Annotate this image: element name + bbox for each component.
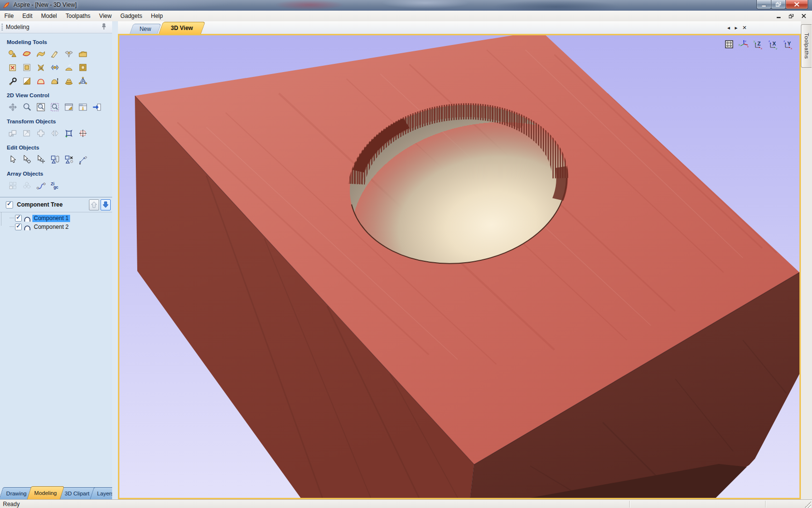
title-bar[interactable]: Aspire - [New - 3D View] [0,0,812,11]
close-button[interactable] [785,0,808,9]
mdi-close-button[interactable] [798,12,809,20]
add-texture-button[interactable] [21,75,33,87]
mdi-minimize-button[interactable] [773,12,784,20]
menu-edit[interactable]: Edit [18,11,37,21]
svg-text:y: y [739,43,740,46]
ungroup-objects-button[interactable] [63,153,75,165]
extrude-and-weave-button[interactable] [35,48,47,60]
smooth-shape-icon [64,62,74,73]
component-label[interactable]: Component 2 [32,224,70,231]
trim-model-button[interactable] [35,61,47,74]
tree-connector [1,212,2,225]
zoom-interactive-button[interactable] [21,101,33,113]
panel-grip[interactable] [1,24,3,30]
menu-file[interactable]: File [0,11,18,21]
mirror-merge-button[interactable] [49,61,61,74]
component-shape-icon [24,215,31,222]
import-component-folder-button[interactable] [77,48,89,60]
svg-text:Y: Y [787,41,791,46]
tab-new[interactable]: New [130,24,161,34]
3d-view-canvas[interactable]: yzxZyxXzyYzx [118,34,801,499]
tree-connector [10,218,14,219]
tool-options-wrench-button[interactable] [7,75,19,87]
node-edit-button[interactable] [21,153,33,165]
mirror-object-button[interactable] [49,127,61,139]
menu-help[interactable]: Help [146,11,167,21]
pan-view-button[interactable] [7,101,19,113]
tree-item-1[interactable]: Component 1 [10,214,112,223]
menu-gadgets[interactable]: Gadgets [116,11,146,21]
shape-height-adjust-button[interactable] [49,75,61,87]
distort-object-button[interactable] [63,127,75,139]
plan-view-button[interactable]: Zyx [753,39,765,50]
minimize-button[interactable] [756,0,771,9]
menu-view[interactable]: View [95,11,116,21]
resize-grip[interactable] [804,501,811,508]
move-up-button[interactable] [89,199,99,210]
align-objects-button[interactable] [35,127,47,139]
panel-header[interactable]: Modeling [0,21,112,33]
restore-button[interactable] [771,0,786,9]
tree-item-2[interactable]: Component 2 [10,223,112,231]
mdi-restore-button[interactable] [786,12,797,20]
next-tab-arrow-icon[interactable]: ▸ [735,24,738,31]
front-view-button[interactable]: Xzy [768,39,780,50]
array-copy-circular-button[interactable] [21,179,33,192]
measure-tool-button[interactable] [77,153,89,165]
sculpting-tool-button[interactable] [49,48,61,60]
menu-toolpaths[interactable]: Toolpaths [61,11,95,21]
tab-3d-view[interactable]: 3D View [159,22,205,34]
menu-model[interactable]: Model [37,11,61,21]
side-view-button[interactable]: Yzx [783,39,795,50]
zoom-extents-view-button[interactable] [723,39,735,50]
triangulate-mesh-button[interactable] [77,75,89,87]
group-objects-button[interactable] [49,153,61,165]
side-view-icon: Yzx [783,39,795,50]
shape-height-adjust-icon [50,76,60,86]
isometric-view-button[interactable]: yzx [738,39,750,50]
create-border-button[interactable] [77,61,89,74]
stacked-shapes-button[interactable] [63,75,75,87]
select-object-button[interactable] [7,153,19,165]
array-copy-grid-button[interactable] [7,179,19,192]
move-down-button[interactable] [101,199,111,210]
component-visibility-checkbox[interactable] [15,224,22,230]
mirror-object-icon [50,128,60,138]
import-3d-clipart-button[interactable] [63,48,75,60]
two-rail-sweep-button[interactable] [21,48,33,60]
component-tree-checkbox[interactable] [6,201,13,209]
inset-shape-button[interactable] [21,61,33,74]
svg-text:X: X [772,41,776,46]
toolpaths-tab[interactable]: Toolpaths [801,24,812,68]
align-center-button[interactable] [77,127,89,139]
transform-mode-button[interactable] [35,153,47,165]
switch-pane-button[interactable] [91,101,103,113]
svg-text:y: y [754,40,755,43]
stacked-shapes-icon [64,76,74,86]
nest-objects-button[interactable]: Zigc [49,179,61,192]
create-shape-button[interactable] [7,48,19,60]
toggle-2d-3d-button[interactable] [77,101,89,113]
component-shape-icon [24,224,31,230]
set-size-button[interactable] [21,127,33,139]
zoom-box-button[interactable] [35,101,47,113]
view-orientation-toolbar: yzxZyxXzyYzx [723,39,795,50]
node-edit-icon [22,154,32,164]
right-rail: Toolpaths [801,21,812,499]
component-label[interactable]: Component 1 [32,215,70,222]
delete-model-button[interactable] [7,61,19,74]
move-object-button[interactable] [7,127,19,139]
align-center-icon [78,128,88,138]
zoom-extents-button[interactable] [49,101,61,113]
copy-along-path-button[interactable] [35,179,47,192]
zoom-selected-button[interactable] [63,101,75,113]
smooth-shape-button[interactable] [63,61,75,74]
status-bar: Ready [0,499,812,508]
dome-from-vector-button[interactable] [35,75,47,87]
pin-icon[interactable] [101,23,107,30]
close-view-icon[interactable]: ✕ [742,24,747,31]
array-copy-grid-icon [8,180,18,191]
panel-tab-modeling[interactable]: Modeling [27,486,64,499]
previous-tab-arrow-icon[interactable]: ◂ [727,24,730,31]
component-visibility-checkbox[interactable] [15,215,22,222]
